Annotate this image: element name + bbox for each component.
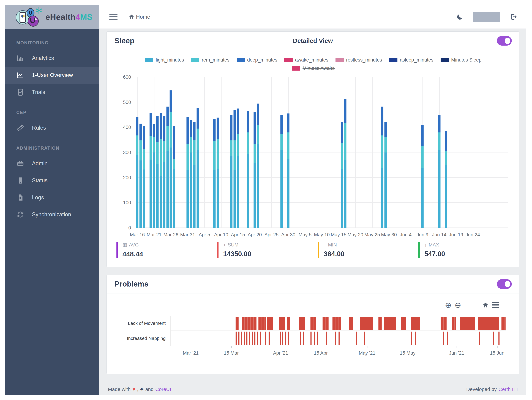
- bar-mar-26: [170, 77, 172, 228]
- problem-event-line: [249, 332, 250, 345]
- bar-segment-light: [139, 160, 142, 228]
- sidebar-item-analytics[interactable]: Analytics: [5, 50, 99, 67]
- bar-segment-light: [196, 150, 199, 228]
- sidebar-item-synchronization[interactable]: Synchronization: [5, 206, 99, 223]
- problem-segment: [478, 317, 499, 330]
- stat-value: 448.44: [122, 250, 206, 258]
- y-axis-tick-label: 200: [123, 175, 131, 180]
- bar-segment-deep: [385, 122, 387, 137]
- footer-developed-by-label: Developed by: [466, 387, 497, 392]
- problem-event-line: [310, 332, 311, 345]
- bar-segment-light: [163, 162, 165, 228]
- legend-item-rem-minutes[interactable]: rem_minutes: [191, 57, 229, 63]
- sidebar-item-rules[interactable]: Rules: [5, 119, 99, 136]
- problem-segment: [267, 317, 273, 330]
- coreui-link[interactable]: CoreUI: [155, 387, 171, 392]
- problem-event-line: [300, 332, 301, 345]
- stat-header: ↓MIN: [324, 242, 408, 248]
- bar-segment-rem: [139, 141, 142, 160]
- brand[interactable]: 0 eHealth4MS: [5, 5, 99, 29]
- sidebar-item-status[interactable]: Status: [5, 172, 99, 189]
- bar-segment-deep: [341, 122, 343, 143]
- problem-event-line: [280, 332, 281, 345]
- toggle-knob: [505, 281, 510, 287]
- stethoscope-icon: [28, 16, 39, 27]
- x-axis-tick-label: May 5: [298, 232, 312, 238]
- reset-view-home-icon[interactable]: [482, 302, 489, 308]
- logout-icon[interactable]: [510, 13, 517, 21]
- bar-segment-light: [217, 169, 219, 228]
- problem-segment: [384, 317, 396, 330]
- sidebar-item-label: Logs: [32, 194, 44, 201]
- problem-event-line: [479, 332, 480, 345]
- bar-segment-light: [385, 153, 387, 228]
- y-axis-tick-label: 400: [123, 125, 131, 130]
- legend-label: Minutes Awake: [303, 66, 335, 71]
- bar-segment-rem: [421, 146, 424, 168]
- bar-segment-light: [438, 150, 440, 228]
- footer-separator: ,: [137, 387, 139, 392]
- bar-segment-deep: [280, 115, 283, 134]
- footer-made-with-label: Made with: [108, 387, 131, 392]
- problem-event-line: [326, 332, 327, 345]
- sidebar-item-admin[interactable]: Admin: [5, 155, 99, 172]
- sidebar-item-trials[interactable]: Trials: [5, 84, 99, 101]
- x-axis-tick-label: May 25: [364, 232, 380, 238]
- bar-segment-light: [193, 165, 196, 228]
- bar-mar-27: [173, 77, 175, 228]
- arrow-up-icon: ↑: [424, 242, 427, 248]
- sync-icon: [16, 210, 25, 219]
- sleep-stats-row: ▦AVG448.44+SUM14350.00↓MIN384.00↑MAX547.…: [116, 242, 510, 258]
- breadcrumb[interactable]: Home: [128, 14, 150, 20]
- x-gridline: [372, 77, 373, 228]
- sidebar-toggle-button[interactable]: [109, 14, 118, 20]
- problem-segment: [279, 317, 285, 330]
- legend-item-minutes-sleep[interactable]: Minutes Sleep: [441, 57, 481, 63]
- sidebar-item-logs[interactable]: Logs: [5, 189, 99, 206]
- bar-mar-16: [136, 77, 139, 228]
- dark-mode-toggle-icon[interactable]: [456, 13, 463, 20]
- stat-avg: ▦AVG448.44: [116, 242, 206, 258]
- stat-label: AVG: [129, 242, 139, 248]
- legend-item-deep-minutes[interactable]: deep_minutes: [237, 57, 278, 63]
- sidebar-item-1-user-overview[interactable]: 1-User Overview: [5, 67, 99, 84]
- problem-segment: [452, 317, 456, 330]
- problem-segment: [299, 317, 305, 330]
- stat-header: ↑MAX: [424, 242, 508, 248]
- bar-segment-rem: [280, 134, 283, 150]
- bar-segment-rem: [438, 132, 440, 150]
- bar-mar-31: [186, 77, 189, 228]
- sleep-detailed-view-toggle[interactable]: [497, 37, 511, 45]
- problems-toggle[interactable]: [497, 280, 511, 288]
- sidebar-item-label: Synchronization: [32, 211, 71, 218]
- x-axis-tick-label: Apr 20: [248, 232, 262, 238]
- bar-mar-20: [150, 77, 152, 228]
- top-header: Home: [99, 5, 526, 29]
- problem-event-line: [356, 332, 357, 345]
- timeline-tick-mark: [191, 346, 191, 348]
- zoom-in-icon[interactable]: ⊕: [445, 301, 451, 309]
- legend-item-light-minutes[interactable]: light_minutes: [145, 57, 184, 63]
- timeline-tick-label: 15 Mar: [224, 350, 239, 356]
- arrow-down-icon: ↓: [324, 242, 326, 248]
- timeline-tick-label: Apr '21: [273, 350, 288, 356]
- legend-item-asleep-minutes[interactable]: asleep_minutes: [389, 57, 433, 63]
- zoom-out-icon[interactable]: ⊖: [455, 301, 461, 309]
- bar-mar-25: [166, 77, 169, 228]
- legend-swatch: [191, 58, 199, 62]
- bar-segment-deep: [173, 126, 175, 159]
- chart-menu-icon[interactable]: [492, 302, 499, 308]
- timeline-tick-mark: [408, 346, 408, 348]
- bar-segment-rem: [253, 144, 256, 163]
- bar-mar-21: [153, 77, 155, 228]
- legend-item-restless-minutes[interactable]: restless_minutes: [336, 57, 382, 63]
- legend-item-minutes-awake[interactable]: Minutes Awake: [292, 66, 335, 71]
- user-account-chip[interactable]: [473, 12, 500, 22]
- bar-segment-deep: [344, 99, 347, 123]
- problem-event-line: [285, 332, 286, 345]
- detailed-view-label: Detailed View: [293, 37, 333, 44]
- bar-segment-light: [190, 153, 192, 228]
- certh-iti-link[interactable]: Certh ITI: [499, 387, 518, 392]
- problems-timeline-plot: Lack of MovementIncreased NappingMar '21…: [170, 316, 506, 346]
- legend-item-awake-minutes[interactable]: awake_minutes: [284, 57, 328, 63]
